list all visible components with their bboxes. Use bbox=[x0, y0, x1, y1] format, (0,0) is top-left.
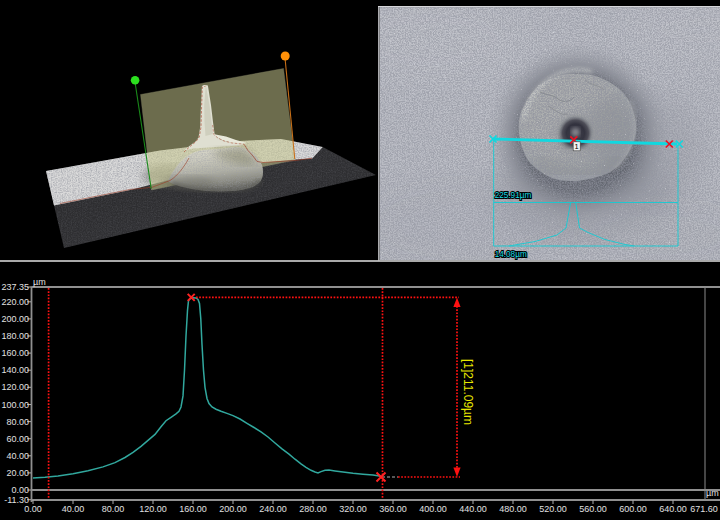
svg-text:40.00: 40.00 bbox=[62, 504, 85, 514]
svg-text:40.00: 40.00 bbox=[6, 451, 29, 461]
svg-text:0.00: 0.00 bbox=[24, 504, 42, 514]
svg-text:480.00: 480.00 bbox=[499, 504, 527, 514]
svg-text:520.00: 520.00 bbox=[539, 504, 567, 514]
svg-text:0.00: 0.00 bbox=[11, 485, 29, 495]
svg-text:20.00: 20.00 bbox=[6, 468, 29, 478]
svg-text:440.00: 440.00 bbox=[459, 504, 487, 514]
svg-text:220.00: 220.00 bbox=[1, 297, 29, 307]
svg-text:600.00: 600.00 bbox=[619, 504, 647, 514]
svg-text:60.00: 60.00 bbox=[6, 434, 29, 444]
svg-text:80.00: 80.00 bbox=[102, 504, 125, 514]
svg-text:µm: µm bbox=[706, 488, 719, 498]
svg-text:160.00: 160.00 bbox=[179, 504, 207, 514]
svg-text:200.00: 200.00 bbox=[1, 314, 29, 324]
svg-text:1: 1 bbox=[575, 142, 579, 151]
svg-text:14.08µm: 14.08µm bbox=[495, 250, 527, 259]
svg-text:560.00: 560.00 bbox=[579, 504, 607, 514]
svg-text:640.00: 640.00 bbox=[659, 504, 687, 514]
svg-text:225.91µm: 225.91µm bbox=[495, 191, 532, 200]
svg-text:120.00: 120.00 bbox=[1, 382, 29, 392]
svg-text:237.35: 237.35 bbox=[1, 282, 29, 292]
svg-text:671.60: 671.60 bbox=[690, 504, 718, 514]
svg-text:180.00: 180.00 bbox=[1, 331, 29, 341]
svg-text:100.00: 100.00 bbox=[1, 400, 29, 410]
svg-text:400.00: 400.00 bbox=[419, 504, 447, 514]
svg-text:240.00: 240.00 bbox=[259, 504, 287, 514]
svg-text:140.00: 140.00 bbox=[1, 365, 29, 375]
svg-text:160.00: 160.00 bbox=[1, 348, 29, 358]
svg-text:280.00: 280.00 bbox=[299, 504, 327, 514]
svg-text:200.00: 200.00 bbox=[219, 504, 247, 514]
svg-text:µm: µm bbox=[33, 277, 46, 287]
svg-text:[1]211.09µm: [1]211.09µm bbox=[461, 359, 475, 425]
svg-text:360.00: 360.00 bbox=[379, 504, 407, 514]
svg-text:320.00: 320.00 bbox=[339, 504, 367, 514]
svg-text:120.00: 120.00 bbox=[139, 504, 167, 514]
svg-text:80.00: 80.00 bbox=[6, 417, 29, 427]
